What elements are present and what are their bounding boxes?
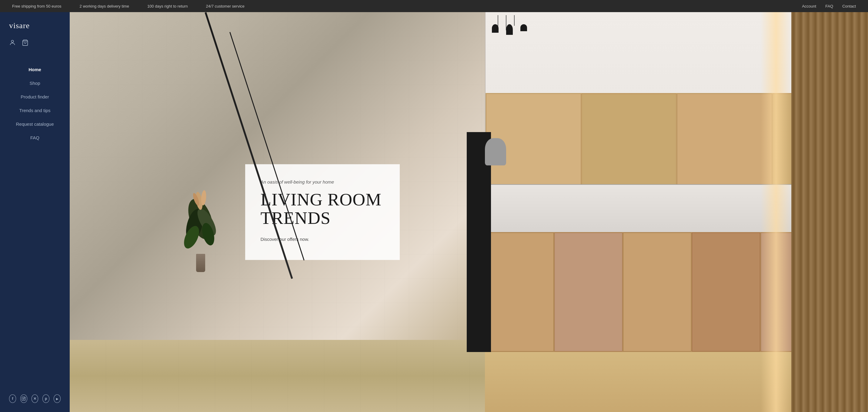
- hero-title: LIVING ROOM TRENDS: [260, 191, 381, 227]
- vase: [196, 254, 205, 272]
- pendant-shades: [492, 24, 527, 35]
- nav-catalogue[interactable]: Request catalogue: [0, 117, 70, 131]
- top-bar: Free shipping from 50 euros 2 working da…: [0, 0, 868, 12]
- svg-point-0: [11, 40, 13, 42]
- social-links: f ✕ p ▶: [0, 388, 70, 412]
- hero-card: An oasis of well-being for your home LIV…: [245, 164, 399, 260]
- right-interior: [485, 12, 868, 412]
- plant-stems: [182, 195, 219, 255]
- instagram-icon[interactable]: [20, 394, 27, 403]
- youtube-icon[interactable]: ▶: [54, 394, 61, 403]
- user-icon[interactable]: [9, 39, 16, 47]
- hero-title-line1: LIVING ROOM: [260, 190, 381, 209]
- top-bar-links: Account FAQ Contact: [802, 4, 856, 8]
- twitter-icon[interactable]: ✕: [32, 394, 38, 403]
- logo-area: visare: [0, 12, 70, 36]
- sidebar-user-icons: [0, 36, 70, 57]
- dining-table: [467, 132, 491, 352]
- contact-link[interactable]: Contact: [842, 4, 856, 8]
- sidebar: visare Home Shop Product: [0, 12, 70, 412]
- main-layout: visare Home Shop Product: [0, 12, 868, 412]
- nav-faq[interactable]: FAQ: [0, 131, 70, 145]
- hero-area: An oasis of well-being for your home LIV…: [70, 12, 868, 412]
- nav-product-finder[interactable]: Product finder: [0, 90, 70, 104]
- facebook-icon[interactable]: f: [9, 394, 16, 403]
- promo-messages: Free shipping from 50 euros 2 working da…: [12, 4, 245, 8]
- hero-background: An oasis of well-being for your home LIV…: [70, 12, 868, 412]
- wooden-slat-wall: [791, 12, 868, 412]
- promo-shipping: Free shipping from 50 euros: [12, 4, 62, 8]
- promo-service: 24/7 customer service: [206, 4, 245, 8]
- nav-trends[interactable]: Trends and tips: [0, 104, 70, 117]
- chair-back: [485, 138, 506, 165]
- account-link[interactable]: Account: [802, 4, 816, 8]
- faq-link[interactable]: FAQ: [825, 4, 833, 8]
- svg-rect-2: [22, 397, 26, 401]
- window-light: [761, 12, 791, 412]
- main-nav: Home Shop Product finder Trends and tips…: [0, 63, 70, 388]
- plant-area: [173, 12, 228, 272]
- promo-return: 100 days right to return: [147, 4, 188, 8]
- nav-shop[interactable]: Shop: [0, 76, 70, 90]
- cart-icon[interactable]: [22, 39, 29, 47]
- pinterest-icon[interactable]: p: [42, 394, 50, 403]
- svg-point-3: [23, 398, 25, 400]
- svg-point-4: [25, 398, 25, 398]
- nav-home[interactable]: Home: [0, 63, 70, 76]
- promo-delivery: 2 working days delivery time: [80, 4, 129, 8]
- brand-logo[interactable]: visare: [9, 21, 30, 30]
